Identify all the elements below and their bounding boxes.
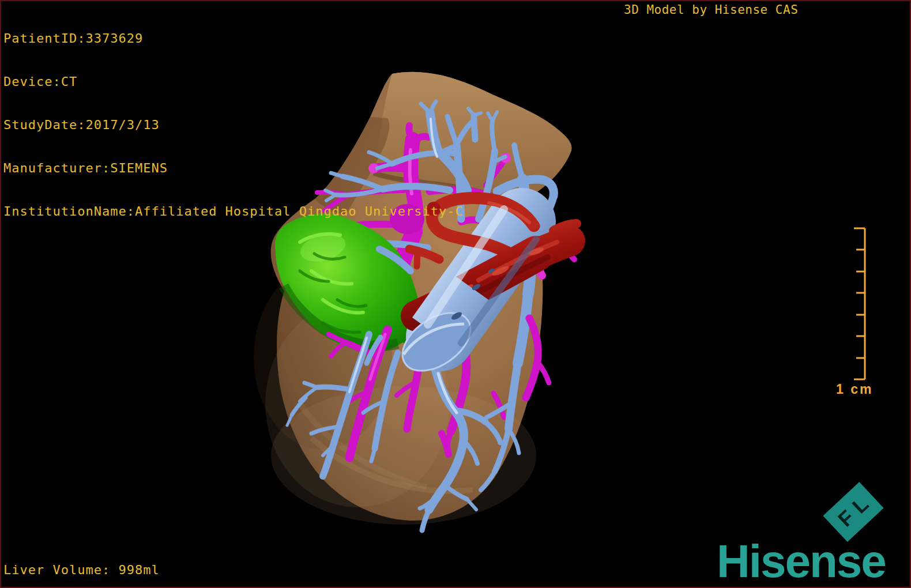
- study-date-text: StudyDate:2017/3/13: [3, 118, 464, 132]
- patient-info-block: PatientID:3373629 Device:CT StudyDate:20…: [3, 2, 464, 247]
- institution-text: InstitutionName:Affiliated Hospital Qing…: [3, 204, 464, 218]
- viewer-title: 3D Model by Hisense CAS: [624, 3, 798, 17]
- patient-id-text: PatientID:3373629: [3, 31, 464, 46]
- 3d-viewer-window: PatientID:3373629 Device:CT StudyDate:20…: [0, 0, 911, 588]
- badge-letter-l: L: [849, 493, 872, 517]
- scale-ruler: [854, 228, 865, 379]
- device-text: Device:CT: [3, 74, 464, 89]
- badge-letter-f: F: [834, 507, 858, 530]
- liver-volume-text: Liver Volume: 998ml: [3, 563, 160, 577]
- scale-bar-label: 1 cm: [836, 382, 873, 397]
- hisense-logo: Hisense: [717, 538, 886, 585]
- manufacturer-text: Manufacturer:SIEMENS: [3, 161, 464, 175]
